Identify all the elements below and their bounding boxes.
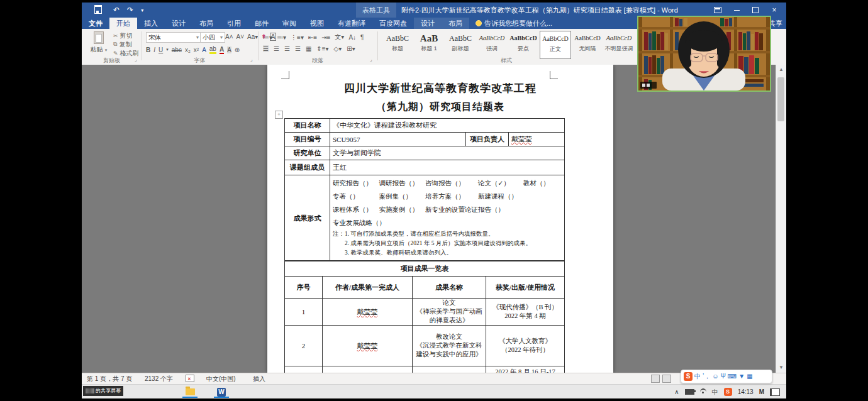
emoji-icon[interactable]: ☺ [712,371,718,382]
style-card-heading1[interactable]: AaB 标题 1 [414,31,444,58]
clock[interactable]: 14:13 [738,388,754,395]
app-letter-icon[interactable]: M [759,388,764,395]
punctuation-icon[interactable]: ’， [703,371,710,382]
tab-baidu-netdisk[interactable]: 百度网盘 [372,18,414,29]
wifi-icon[interactable] [700,388,706,396]
align-left-icon[interactable]: ☰ [263,45,269,52]
change-case-icon[interactable]: Aa▾ [247,33,258,40]
soft-keyboard-icon[interactable]: ⌨ [728,371,737,382]
italic-icon[interactable]: I [153,47,155,53]
battery-icon[interactable] [685,389,694,395]
strikethrough-icon[interactable]: abc [172,47,182,53]
quick-access-dropdown-icon[interactable]: ▾ [141,8,143,13]
sogou-ime-toolbar[interactable]: S 中 ’， ☺ Ψ ⌨ ▼ ▦ [681,370,772,383]
tab-review[interactable]: 审阅 [275,18,303,29]
sort-icon[interactable]: A↓ [348,34,356,41]
tab-table-design[interactable]: 设计 [414,18,442,29]
action-center-icon[interactable] [770,388,780,396]
table-move-handle[interactable]: + [275,111,283,119]
underline-icon[interactable]: U [159,47,163,53]
word-count[interactable]: 2132 个字 [145,373,173,385]
taskbar-file-explorer[interactable] [182,386,198,398]
webcam-overlay[interactable] [637,16,771,92]
view-mode-buttons[interactable] [651,373,674,385]
insert-mode-indicator[interactable]: 插入 [253,373,265,385]
screen-share-indicator[interactable]: 的共享屏幕 [83,386,123,396]
subscript-icon[interactable]: x₂ [185,47,191,53]
print-layout-icon[interactable] [662,375,671,383]
style-card-nospacing[interactable]: AaBbCcD 无间隔 [572,31,603,58]
tell-me-box[interactable]: 告诉我您想要做什么... [469,18,559,29]
font-color-icon[interactable]: A [220,46,224,54]
justify-icon[interactable]: ☰ [295,45,301,52]
undo-icon[interactable]: ↶ [113,6,120,14]
bullets-icon[interactable]: ≔▾ [263,34,272,41]
read-mode-icon[interactable] [651,375,660,383]
copy-button[interactable]: ⧉复制 [113,40,139,48]
font-family-select[interactable]: 宋体▾ [146,32,201,43]
grow-font-icon[interactable]: A˄ [225,33,233,40]
align-center-icon[interactable]: ☰ [274,45,279,52]
font-size-select[interactable]: 小四▾ [200,32,225,43]
decrease-indent-icon[interactable]: ⇤≡ [308,34,317,41]
sogou-tray-icon[interactable]: S [724,388,732,396]
skin-icon[interactable]: ▼ [738,371,745,382]
numbering-icon[interactable]: ≕▾ [277,34,286,41]
taskbar-word[interactable]: W [214,386,229,398]
highlight-color-icon[interactable]: ab [209,45,216,54]
distribute-icon[interactable]: ▦ [306,45,311,52]
tab-references[interactable]: 引用 [220,18,248,29]
sogou-logo-icon[interactable]: S [684,372,693,381]
increase-indent-icon[interactable]: ⇥≡ [321,34,330,41]
tab-design[interactable]: 设计 [165,18,192,29]
shading-icon[interactable]: ◇▾ [334,45,342,52]
text-effects-icon[interactable]: A [202,47,206,53]
page-indicator[interactable]: 第 1 页，共 7 页 [87,373,132,385]
scroll-down-icon[interactable]: ▼ [776,363,786,373]
tab-home[interactable]: 开始 [109,18,137,29]
ime-indicator-icon[interactable]: 中 [712,388,718,397]
character-shading-icon[interactable]: A [227,47,231,53]
tab-youdao-translate[interactable]: 有道翻译 [331,18,372,29]
tab-view[interactable]: 视图 [303,18,331,29]
style-card-keypoints[interactable]: AaBbCcD 要点 [508,31,538,58]
style-card-subtitle[interactable]: AaBbC 副标题 [445,31,476,58]
field-value[interactable]: 戴莹莹 [509,133,565,146]
scrollbar-thumb[interactable] [777,77,784,121]
align-right-icon[interactable]: ☰ [284,45,290,52]
clipboard-dialog-launcher-icon[interactable]: ⌟ [135,57,137,62]
show-marks-icon[interactable]: ¶ [360,34,364,41]
field-value[interactable]: 《中华文化》课程建设和教材研究 [330,119,565,133]
style-card-emphasis[interactable]: AaBbCcD 强调 [477,31,507,58]
paste-button[interactable]: 粘贴 ▾ [87,31,111,57]
result-forms-cell[interactable]: 研究报告（） 调研报告（） 咨询报告（） 论文（✓） 教材（） 专著（） 案例集… [330,175,565,261]
font-dialog-launcher-icon[interactable]: ⌟ [250,57,253,62]
tab-mailings[interactable]: 邮件 [248,18,275,29]
toolbox-icon[interactable]: ▦ [747,371,752,382]
multilevel-list-icon[interactable]: ⋮≡▾ [291,34,304,41]
tab-layout[interactable]: 布局 [192,18,220,29]
tab-file[interactable]: 文件 [82,18,109,29]
paragraph-dialog-launcher-icon[interactable]: ⌟ [370,57,372,62]
borders-icon[interactable]: ⊞▾ [347,45,355,52]
redo-icon[interactable]: ↷ [127,6,133,14]
line-spacing-icon[interactable]: ⇕≡▾ [316,45,328,52]
document-page[interactable]: 四川大学新世纪高等教育教学改革工程 （第九期）研究项目结题表 + 项目名称 《中… [267,65,613,373]
field-value[interactable]: 王红 [330,160,565,175]
style-card-normal[interactable]: AaBbCcD 正文 [540,31,571,59]
save-icon[interactable] [91,5,106,16]
style-card-subtle-emphasis[interactable]: AaBbCcD 不明显强调 [604,31,634,58]
asian-layout-icon[interactable]: 文▾ [335,33,344,41]
language-indicator[interactable]: 中文(中国) [206,373,236,385]
style-card-title[interactable]: AaBbC 标题 [382,31,413,58]
document-canvas[interactable]: 四川大学新世纪高等教育教学改革工程 （第九期）研究项目结题表 + 项目名称 《中… [82,65,786,373]
ime-mode-chinese[interactable]: 中 [694,371,701,382]
proofing-error-icon[interactable] [186,373,194,385]
tab-table-layout[interactable]: 布局 [442,18,469,29]
field-value[interactable]: SCU9057 [330,133,466,146]
field-value[interactable]: 文学与新闻学院 [330,146,565,160]
superscript-icon[interactable]: x² [194,47,199,53]
scroll-up-icon[interactable]: ▲ [776,65,786,75]
enclose-characters-icon[interactable]: ⊕ [235,47,240,53]
tab-insert[interactable]: 插入 [137,18,165,29]
